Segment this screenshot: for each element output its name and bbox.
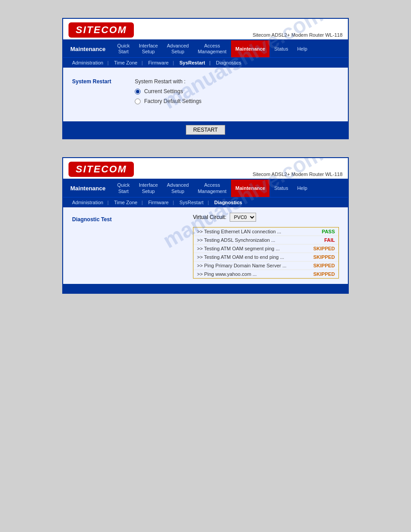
test-label-6: >> Ping www.yahoo.com ... [197,271,257,277]
test-label-1: >> Testing Ethernet LAN connection ... [197,229,281,234]
subnav-sysrestart[interactable]: SysRestart [174,58,210,68]
test-result-5: SKIPPED [313,263,335,268]
test-result-6: SKIPPED [313,271,335,277]
button-bar-2 [63,284,348,293]
diagnostic-title: Diagnostic Test [72,213,130,279]
device-name: Sitecom ADSL2+ Modem Router WL-118 [253,32,342,38]
radio-current-settings[interactable] [135,89,141,94]
subnav2-sysrestart[interactable]: SysRestart [174,197,209,207]
sitecom-logo-2: SITECOM [68,162,134,177]
nav-interface-setup[interactable]: InterfaceSetup [134,40,163,57]
nav-help[interactable]: Help [293,40,312,57]
panel-header: SITECOM Sitecom ADSL2+ Modem Router WL-1… [63,19,348,40]
nav2-interface-setup[interactable]: InterfaceSetup [134,180,163,197]
subnav2-timezone[interactable]: Time Zone [109,197,143,207]
diagnostic-layout: Diagnostic Test Virtual Circuit: PVC0 PV… [72,213,339,279]
vc-select[interactable]: PVC0 PVC1 PVC2 PVC3 [230,213,256,222]
nav2-help[interactable]: Help [293,180,312,197]
restart-label-row: System Restart with : [135,78,339,85]
virtual-circuit-row: Virtual Circuit: PVC0 PVC1 PVC2 PVC3 [193,213,339,222]
nav-quick-start[interactable]: QuickStart [113,40,134,57]
radio-factory-settings[interactable] [135,99,141,104]
content-area-2: Diagnostic Test Virtual Circuit: PVC0 PV… [63,207,348,284]
panel-header-2: SITECOM Sitecom ADSL2+ Modem Router WL-1… [63,158,348,180]
nav-links: QuickStart InterfaceSetup AdvancedSetup … [113,40,348,57]
panel-diagnostics: manualshlve.com SITECOM Sitecom ADSL2+ M… [62,157,349,293]
nav-links-2: QuickStart InterfaceSetup AdvancedSetup … [113,180,348,197]
vc-label: Virtual Circuit: [193,214,226,220]
nav2-quick-start[interactable]: QuickStart [113,180,134,197]
nav2-maintenance[interactable]: Maintenance [231,180,270,197]
system-restart-label: System Restart with : [135,78,185,85]
nav-section-label: Maintenance [63,40,113,57]
nav2-access-management[interactable]: AccessManagement [193,180,231,197]
sub-nav-2: Administration Time Zone Firmware SysRes… [63,197,348,207]
diagnostic-body: Virtual Circuit: PVC0 PVC1 PVC2 PVC3 >> … [193,213,339,279]
nav-bar-2: Maintenance QuickStart InterfaceSetup Ad… [63,180,348,197]
content-area: System Restart System Restart with : Cur… [63,68,348,121]
test-row-2: >> Testing ADSL Synchronization ... FAIL [193,236,338,245]
subnav-diagnostics[interactable]: Diagnostics [210,58,247,68]
label-factory-settings: Factory Default Settings [144,98,201,104]
button-bar: RESTART [63,121,348,138]
section-body: System Restart with : Current Settings F… [135,78,339,104]
test-result-4: SKIPPED [313,254,335,260]
nav-section-label-2: Maintenance [63,180,113,197]
test-result-1: PASS [322,229,335,234]
test-label-4: >> Testing ATM OAM end to end ping ... [197,254,284,260]
sitecom-logo: SITECOM [68,22,134,38]
test-results: >> Testing Ethernet LAN connection ... P… [193,227,339,279]
test-label-2: >> Testing ADSL Synchronization ... [197,237,275,243]
nav2-status[interactable]: Status [270,180,292,197]
nav-status[interactable]: Status [270,40,292,57]
section-title: System Restart [72,75,130,85]
sub-nav: Administration Time Zone Firmware SysRes… [63,57,348,68]
test-row-6: >> Ping www.yahoo.com ... SKIPPED [193,270,338,278]
subnav2-firmware[interactable]: Firmware [143,197,174,207]
test-result-2: FAIL [324,237,335,243]
test-label-3: >> Testing ATM OAM segment ping ... [197,246,280,251]
test-row-5: >> Ping Primary Domain Name Server ... S… [193,262,338,270]
nav-access-management[interactable]: AccessManagement [193,40,231,57]
nav2-advanced-setup[interactable]: AdvancedSetup [163,180,193,197]
restart-button[interactable]: RESTART [186,125,226,135]
label-current-settings: Current Settings [144,88,183,94]
subnav-timezone[interactable]: Time Zone [109,58,143,68]
nav-maintenance[interactable]: Maintenance [231,40,270,57]
option-current: Current Settings [135,88,339,94]
nav-advanced-setup[interactable]: AdvancedSetup [163,40,193,57]
test-label-5: >> Ping Primary Domain Name Server ... [197,263,287,268]
subnav-firmware[interactable]: Firmware [143,58,174,68]
subnav-administration[interactable]: Administration [67,58,109,68]
panel-sysrestart: manualshlve.com SITECOM Sitecom ADSL2+ M… [62,18,349,139]
subnav2-administration[interactable]: Administration [67,197,109,207]
option-factory: Factory Default Settings [135,98,339,104]
subnav2-diagnostics[interactable]: Diagnostics [209,197,248,207]
test-row-3: >> Testing ATM OAM segment ping ... SKIP… [193,245,338,253]
nav-bar: Maintenance QuickStart InterfaceSetup Ad… [63,40,348,57]
device-name-2: Sitecom ADSL2+ Modem Router WL-118 [253,172,342,177]
test-row-4: >> Testing ATM OAM end to end ping ... S… [193,253,338,262]
test-row-1: >> Testing Ethernet LAN connection ... P… [193,227,338,236]
test-result-3: SKIPPED [313,246,335,251]
